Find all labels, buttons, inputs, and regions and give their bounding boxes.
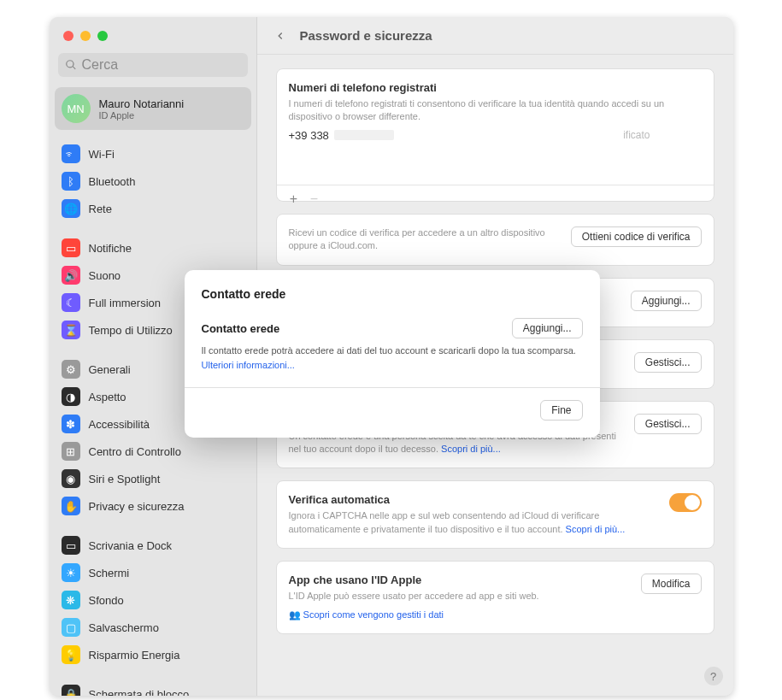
sidebar-item-label: Full immersion	[89, 297, 162, 309]
lock-icon: 🔒	[62, 685, 80, 696]
close-window[interactable]	[63, 31, 73, 41]
phones-title: Numeri di telefono registrati	[289, 81, 702, 94]
sidebar-item-label: Risparmio Energia	[89, 649, 180, 662]
code-desc: Ricevi un codice di verifica per acceder…	[289, 226, 562, 253]
people-icon: 👥	[289, 609, 303, 620]
sidebar-item-rete[interactable]: 🌐Rete	[55, 195, 251, 222]
zoom-window[interactable]	[97, 31, 108, 41]
bt-icon: ᛒ	[62, 172, 80, 191]
sidebar-item-schermi[interactable]: ☀Schermi	[55, 559, 251, 586]
settings-window: Cerca MN Mauro Notarianni ID Apple ᯤWi-F…	[50, 17, 733, 696]
sidebar-item-scrivania-e-dock[interactable]: ▭Scrivania e Dock	[55, 532, 251, 559]
appear-icon: ◑	[62, 387, 80, 406]
sidebar-item-notifiche[interactable]: ▭Notifiche	[55, 234, 251, 262]
hour-icon: ⌛	[62, 321, 80, 339]
phones-card: Numeri di telefono registrati I numeri d…	[276, 68, 714, 202]
sidebar-item-wi-fi[interactable]: ᯤWi-Fi	[55, 140, 251, 168]
sidebar-item-privacy-e-sicurezza[interactable]: ✋Privacy e sicurezza	[55, 492, 251, 520]
moon-icon: ☾	[62, 293, 80, 312]
manage-button-1[interactable]: Gestisci...	[634, 352, 702, 373]
header: Password e sicurezza	[257, 17, 733, 55]
phone-redacted	[334, 130, 394, 140]
code-card: Ricevi un codice di verifica per acceder…	[276, 214, 714, 266]
auto-verify-card: Verifica automatica Ignora i CAPTCHA nel…	[276, 480, 714, 549]
sidebar-item-label: Sfondo	[89, 594, 124, 607]
sidebar-item-salvaschermo[interactable]: ▢Salvaschermo	[55, 614, 251, 641]
sidebar-item-label: Siri e Spotlight	[89, 473, 161, 485]
modal-more-info-link[interactable]: Ulteriori informazioni...	[202, 360, 295, 370]
sidebar-item-label: Tempo di Utilizzo	[89, 324, 173, 337]
modal-desc: Il contatto erede potrà accedere ai dati…	[202, 344, 583, 372]
sidebar-item-risparmio-energia[interactable]: 💡Risparmio Energia	[55, 641, 251, 668]
dock-icon: ▭	[62, 536, 80, 555]
user-sub: ID Apple	[99, 110, 185, 121]
add-button-1[interactable]: Aggiungi...	[631, 291, 702, 311]
sidebar-item-siri-e-spotlight[interactable]: ◉Siri e Spotlight	[55, 465, 251, 492]
cc-icon: ⊞	[62, 442, 80, 461]
sidebar-item-label: Accessibilità	[89, 418, 150, 431]
ss-icon: ▢	[62, 618, 80, 637]
phone-number: +39 338	[289, 129, 329, 142]
sidebar-item-label: Schermi	[89, 567, 130, 579]
avatar: MN	[62, 94, 91, 123]
sidebar-item-label: Schermata di blocco	[89, 688, 190, 697]
wall-icon: ❋	[62, 591, 80, 609]
auto-link[interactable]: Scopri di più...	[566, 524, 626, 534]
get-code-button[interactable]: Ottieni codice di verifica	[571, 226, 702, 247]
modal-done-button[interactable]: Fine	[540, 400, 582, 421]
apps-edit-button[interactable]: Modifica	[641, 574, 702, 594]
gear-icon: ⚙	[62, 360, 80, 379]
wifi-icon: ᯤ	[62, 144, 80, 163]
sidebar-item-schermata-di-blocco[interactable]: 🔒Schermata di blocco	[55, 680, 251, 696]
phone-item[interactable]: +39 338 ificato	[289, 124, 702, 147]
hand-icon: ✋	[62, 497, 80, 515]
apps-title: App che usano l'ID Apple	[289, 574, 632, 586]
sidebar-item-label: Bluetooth	[89, 175, 136, 188]
sidebar-item-label: Suono	[89, 269, 121, 282]
apple-id-row[interactable]: MN Mauro Notarianni ID Apple	[55, 87, 251, 130]
sidebar-item-centro-di-controllo[interactable]: ⊞Centro di Controllo	[55, 438, 251, 465]
sidebar-item-label: Aspetto	[89, 391, 126, 403]
apps-desc: L'ID Apple può essere usato per accedere…	[289, 590, 632, 603]
sidebar-item-label: Scrivania e Dock	[89, 539, 173, 552]
minimize-window[interactable]	[80, 31, 91, 41]
add-phone-button[interactable]: +	[284, 189, 304, 209]
sidebar-item-label: Notifiche	[89, 242, 132, 255]
sidebar-item-sfondo[interactable]: ❋Sfondo	[55, 586, 251, 614]
access-icon: ✽	[62, 415, 80, 433]
siri-icon: ◉	[62, 469, 80, 488]
modal-add-button[interactable]: Aggiungi...	[512, 318, 583, 338]
sidebar-item-label: Generali	[89, 363, 131, 376]
modal-heading: Contatto erede	[202, 287, 583, 301]
auto-verify-toggle[interactable]	[669, 493, 702, 512]
sidebar-item-label: Wi-Fi	[89, 148, 115, 161]
search-icon	[65, 59, 77, 71]
window-controls	[50, 17, 256, 50]
auto-title: Verifica automatica	[289, 493, 661, 506]
legacy-manage-button[interactable]: Gestisci...	[634, 414, 702, 434]
search-field[interactable]: Cerca	[58, 53, 248, 77]
apps-card: App che usano l'ID Apple L'ID Apple può …	[276, 561, 714, 634]
help-button[interactable]: ?	[704, 667, 723, 685]
auto-desc: Ignora i CAPTCHA nelle app e sul web con…	[289, 509, 661, 536]
legacy-link[interactable]: Scopri di più...	[441, 444, 501, 454]
phone-controls: + −	[277, 185, 714, 213]
page-title: Password e sicurezza	[300, 28, 432, 43]
back-button[interactable]	[271, 26, 290, 45]
bulb-icon: 💡	[62, 645, 80, 664]
legacy-contact-modal: Contatto erede Contatto erede Aggiungi..…	[185, 270, 600, 438]
search-placeholder: Cerca	[82, 57, 119, 73]
sidebar-item-label: Rete	[89, 203, 112, 215]
sound-icon: 🔊	[62, 266, 80, 285]
sidebar-item-label: Salvaschermo	[89, 621, 159, 634]
apps-link[interactable]: Scopri come vengono gestiti i dati	[303, 609, 444, 620]
modal-title: Contatto erede	[202, 322, 280, 335]
user-name: Mauro Notarianni	[99, 97, 185, 110]
phone-status: ificato	[623, 129, 701, 141]
sidebar-item-bluetooth[interactable]: ᛒBluetooth	[55, 168, 251, 195]
display-icon: ☀	[62, 563, 80, 582]
remove-phone-button[interactable]: −	[304, 189, 325, 209]
sidebar-item-label: Privacy e sicurezza	[89, 500, 185, 513]
globe-icon: 🌐	[62, 199, 80, 218]
bell-icon: ▭	[62, 238, 80, 257]
